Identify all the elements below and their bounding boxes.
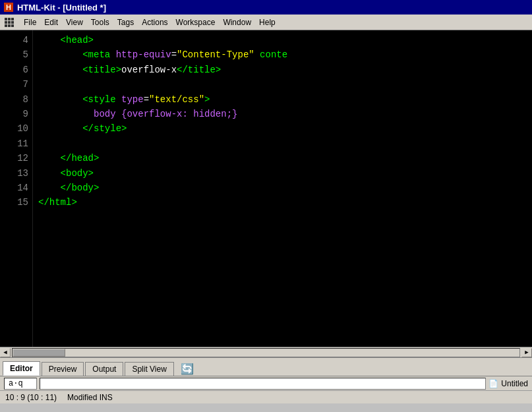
title-bar: H HTML-Kit - [Untitled *] xyxy=(0,0,532,15)
status-file: 📄 Untitled xyxy=(488,379,528,388)
horizontal-scrollbar[interactable]: ◀ ▶ xyxy=(0,347,532,357)
status-bar: a·q 📄 Untitled xyxy=(0,376,532,390)
menu-workspace[interactable]: Workspace xyxy=(172,16,220,28)
editor-area[interactable]: 4 5 6 7 8 9 10 11 12 13 14 15 <head> <me… xyxy=(0,30,532,347)
menu-bar: File Edit View Tools Tags Actions Worksp… xyxy=(0,15,532,30)
tab-bar: Editor Preview Output Split View 🔄 xyxy=(0,357,532,376)
menu-tools[interactable]: Tools xyxy=(87,16,113,28)
menu-edit[interactable]: Edit xyxy=(40,16,62,28)
menu-window[interactable]: Window xyxy=(219,16,255,28)
status-mode: a·q xyxy=(4,378,37,390)
scrollbar-thumb[interactable] xyxy=(13,349,65,357)
menu-view[interactable]: View xyxy=(62,16,87,28)
scroll-right-button[interactable]: ▶ xyxy=(521,348,532,357)
code-content[interactable]: <head> <meta http-equiv="Content-Type" c… xyxy=(33,30,532,347)
menu-actions[interactable]: Actions xyxy=(138,16,171,28)
menu-tags[interactable]: Tags xyxy=(113,16,138,28)
app-menu-icon[interactable] xyxy=(1,15,17,30)
scroll-left-button[interactable]: ◀ xyxy=(0,348,11,357)
mode-text: a·q xyxy=(9,379,23,388)
tab-output[interactable]: Output xyxy=(85,362,123,376)
app-icon: H xyxy=(4,3,13,12)
status-input[interactable] xyxy=(40,378,486,390)
file-icon: 📄 xyxy=(488,379,498,388)
title-text: HTML-Kit - [Untitled *] xyxy=(17,3,106,13)
scrollbar-track[interactable] xyxy=(12,348,520,357)
menu-help[interactable]: Help xyxy=(255,16,280,28)
file-name: Untitled xyxy=(501,379,528,388)
tab-refresh-icon[interactable]: 🔄 xyxy=(181,363,194,376)
tab-editor[interactable]: Editor xyxy=(3,361,40,376)
editor-mode: Modified INS xyxy=(67,393,113,402)
bottom-status: 10 : 9 (10 : 11) Modified INS xyxy=(0,390,532,403)
tab-split-view[interactable]: Split View xyxy=(125,362,173,376)
line-numbers: 4 5 6 7 8 9 10 11 12 13 14 15 xyxy=(0,30,33,347)
menu-file[interactable]: File xyxy=(20,16,40,28)
cursor-position: 10 : 9 (10 : 11) xyxy=(5,393,57,402)
tab-preview[interactable]: Preview xyxy=(42,362,84,376)
